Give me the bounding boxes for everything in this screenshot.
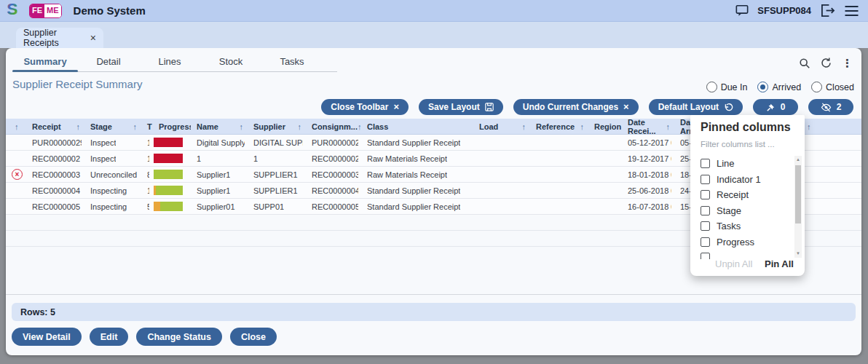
cell-date_received: 25-06-2018 0... — [622, 183, 674, 198]
pin-option-progress[interactable]: Progress — [701, 234, 789, 250]
view-detail-button[interactable]: View Detail — [12, 328, 82, 346]
radio-label: Arrived — [772, 82, 801, 92]
col-header-t[interactable]: T — [141, 119, 153, 134]
checkbox-icon[interactable] — [701, 175, 710, 184]
checkbox-icon[interactable] — [701, 206, 710, 215]
col-header-progress[interactable]: Progress — [153, 119, 191, 134]
col-header-name[interactable]: Name↑ — [191, 119, 248, 134]
cell-supplier: SUPPLIER1 — [248, 183, 306, 198]
col-header-stage[interactable]: Stage↑ — [84, 119, 141, 134]
scrollbar-thumb[interactable] — [795, 165, 801, 223]
close-button[interactable]: Close — [230, 328, 277, 346]
rows-count-label: Rows: 5 — [20, 307, 55, 317]
cell-reference — [530, 135, 588, 150]
col-header-reference[interactable]: Reference↑ — [530, 119, 588, 134]
radio-arrived[interactable]: Arrived — [757, 82, 801, 92]
cell-class: Standard Supplier Receipt — [361, 183, 473, 198]
col-header-item[interactable]: ↑ — [6, 119, 26, 134]
cell-stage: Unreconciled — [84, 167, 141, 182]
tab-detail[interactable]: Detail — [78, 53, 139, 71]
default-layout-button[interactable]: Default Layout — [649, 99, 743, 115]
error-icon: × — [12, 169, 23, 180]
col-header-supplier[interactable]: Supplier↑ — [248, 119, 306, 134]
cell-load — [473, 135, 530, 150]
cell-receipt: REC0000002 — [26, 151, 84, 166]
pin-option-receipt[interactable]: Receipt — [701, 187, 789, 203]
checkbox-icon[interactable] — [701, 159, 710, 168]
tab-supplier-receipts[interactable]: Supplier Receipts × — [16, 28, 103, 48]
checkbox-icon[interactable] — [701, 221, 710, 231]
checkbox-icon[interactable] — [701, 253, 710, 259]
col-header-label: Receipt — [32, 122, 61, 131]
col-header-region[interactable]: Region — [588, 119, 622, 134]
cell-receipt: PUR00000029/1 — [26, 135, 84, 150]
button-label: 0 — [781, 102, 786, 112]
kebab-menu-icon[interactable]: ⋮ — [842, 58, 853, 69]
sort-arrow-icon[interactable]: ↑ — [298, 122, 302, 131]
section-title: Supplier Receipt Summary — [12, 78, 142, 90]
edit-button[interactable]: Edit — [90, 328, 129, 346]
radio-circle-icon[interactable] — [811, 82, 822, 92]
logout-icon[interactable] — [820, 4, 835, 17]
radio-circle-icon[interactable] — [706, 82, 717, 92]
feme-logo-left: FE — [30, 4, 44, 17]
scroll-down-icon[interactable]: ▼ — [794, 250, 802, 258]
cell-consignment: REC0000005 — [306, 199, 361, 214]
checkbox-icon[interactable] — [701, 190, 710, 199]
progress-bar — [154, 170, 183, 179]
button-label: 2 — [837, 102, 842, 112]
tab-summary[interactable]: Summary — [12, 53, 78, 71]
tab-label: Supplier Receipts — [23, 28, 90, 48]
tab-stock[interactable]: Stock — [200, 53, 261, 71]
change-status-button[interactable]: Change Status — [136, 328, 222, 346]
radio-due-in[interactable]: Due In — [706, 82, 748, 92]
sort-arrow-icon[interactable]: ↑ — [240, 122, 244, 131]
col-header-class[interactable]: Class — [361, 119, 473, 134]
chat-icon[interactable] — [735, 4, 749, 17]
page-tabs: SummaryDetailLinesStockTasks — [12, 53, 323, 71]
tab-close-icon[interactable]: × — [90, 32, 96, 44]
undo-current-changes-button[interactable]: Undo Current Changes× — [513, 99, 639, 115]
pin-option-line[interactable]: Line — [701, 156, 789, 172]
col-header-label: Load — [479, 122, 498, 131]
pin-all-button[interactable]: Pin All — [765, 258, 794, 269]
pin-option-tasks[interactable]: Tasks — [701, 218, 789, 234]
sort-arrow-icon[interactable]: ↑ — [807, 122, 811, 131]
sort-arrow-icon[interactable]: ↑ — [580, 122, 585, 131]
cell-load — [473, 199, 530, 214]
radio-circle-icon[interactable] — [757, 82, 768, 92]
save-layout-button[interactable]: Save Layout — [419, 99, 503, 115]
close-toolbar-button[interactable]: Close Toolbar× — [321, 99, 409, 115]
sort-arrow-icon[interactable]: ↑ — [666, 122, 671, 131]
unpin-all-button[interactable]: Unpin All — [715, 258, 752, 269]
sort-arrow-icon[interactable]: ↑ — [15, 122, 19, 131]
cell-indicator: × — [6, 167, 26, 182]
radio-closed[interactable]: Closed — [811, 82, 854, 92]
cell-tasks: 1 — [141, 135, 153, 150]
refresh-icon[interactable] — [820, 57, 832, 69]
sort-arrow-icon[interactable]: ↑ — [76, 122, 81, 131]
toolbar-pin-count-button[interactable]: 0 — [753, 99, 798, 115]
sort-arrow-icon[interactable]: ↑ — [133, 122, 138, 131]
popup-scrollbar[interactable]: ▲ ▼ — [794, 156, 802, 258]
cell-name: Supplier1 — [191, 183, 248, 198]
pin-column-list: LineIndicator 1ReceiptStageTasksProgress — [701, 156, 789, 259]
tab-lines[interactable]: Lines — [139, 53, 200, 71]
filter-columns-input[interactable] — [701, 140, 786, 149]
col-header-date-recei[interactable]: Date Recei...↑ — [622, 119, 674, 134]
user-code: SFSUPP084 — [757, 5, 811, 16]
scroll-up-icon[interactable]: ▲ — [794, 156, 802, 164]
sort-arrow-icon[interactable]: ↑ — [522, 122, 526, 131]
tab-tasks[interactable]: Tasks — [261, 53, 323, 71]
search-icon[interactable] — [799, 58, 810, 69]
toolbar-eye-off-count-button[interactable]: 2 — [808, 99, 853, 115]
col-header-consignm[interactable]: Consignm...↑ — [306, 119, 361, 134]
checkbox-icon[interactable] — [701, 237, 710, 247]
menu-icon[interactable] — [844, 5, 859, 17]
col-header-receipt[interactable]: Receipt↑ — [26, 119, 84, 134]
pin-option-stage[interactable]: Stage — [701, 203, 789, 219]
action-buttons: View DetailEditChange StatusClose — [12, 328, 277, 346]
pin-option-indicator-1[interactable]: Indicator 1 — [701, 172, 789, 188]
pin-option-label: Indicator 1 — [717, 174, 761, 185]
col-header-load[interactable]: Load↑ — [473, 119, 530, 134]
